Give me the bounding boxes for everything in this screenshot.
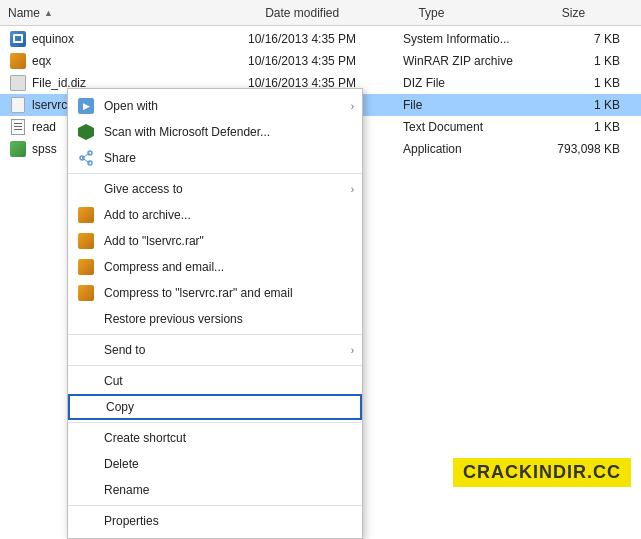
menu-icon-delete [76, 454, 96, 474]
file-type-cell: DIZ File [403, 76, 548, 90]
menu-icon-scan-defender [76, 122, 96, 142]
file-size-cell: 1 KB [548, 54, 628, 68]
file-type-cell: System Informatio... [403, 32, 548, 46]
file-type-cell: File [403, 98, 548, 112]
menu-icon-add-archive [76, 205, 96, 225]
file-name-text: eqx [32, 54, 51, 68]
menu-label-add-archive: Add to archive... [104, 208, 354, 222]
file-type-cell: Application [403, 142, 548, 156]
menu-section-5: Properties [68, 506, 362, 536]
menu-item-restore-versions[interactable]: Restore previous versions [68, 306, 362, 332]
menu-icon-properties [76, 511, 96, 531]
file-type-icon [8, 75, 28, 91]
menu-item-open-with[interactable]: ▶Open with› [68, 93, 362, 119]
menu-section-2: Send to› [68, 335, 362, 366]
file-name-cell: equinox [8, 31, 248, 47]
menu-item-copy[interactable]: Copy [68, 394, 362, 420]
menu-item-cut[interactable]: Cut [68, 368, 362, 394]
file-name-text: spss [32, 142, 57, 156]
column-headers: Name ▲ Date modified Type Size [0, 0, 641, 26]
diz-icon [10, 75, 26, 91]
file-name-text: lservrc [32, 98, 67, 112]
menu-icon-give-access [76, 179, 96, 199]
menu-item-delete[interactable]: Delete [68, 451, 362, 477]
menu-icon-add-lservrc-rar [76, 231, 96, 251]
svg-line-3 [82, 153, 90, 158]
watermark: CRACKINDIR.CC [453, 458, 631, 487]
menu-label-cut: Cut [104, 374, 354, 388]
header-name[interactable]: Name ▲ [8, 6, 265, 20]
file-type-icon [8, 141, 28, 157]
file-size-cell: 7 KB [548, 32, 628, 46]
file-type-cell: WinRAR ZIP archive [403, 54, 548, 68]
submenu-arrow-icon: › [351, 101, 354, 112]
menu-section-0: ▶Open with›Scan with Microsoft Defender.… [68, 91, 362, 174]
file-type-cell: Text Document [403, 120, 548, 134]
menu-item-compress-email[interactable]: Compress and email... [68, 254, 362, 280]
menu-label-give-access: Give access to [104, 182, 347, 196]
menu-item-give-access[interactable]: Give access to› [68, 176, 362, 202]
rar-icon [10, 53, 26, 69]
menu-icon-cut [76, 371, 96, 391]
file-row[interactable]: equinox 10/16/2013 4:35 PM System Inform… [0, 28, 641, 50]
menu-item-share[interactable]: Share [68, 145, 362, 171]
menu-item-rename[interactable]: Rename [68, 477, 362, 503]
file-type-icon [8, 119, 28, 135]
menu-item-send-to[interactable]: Send to› [68, 337, 362, 363]
menu-label-compress-email: Compress and email... [104, 260, 354, 274]
file-name-text: equinox [32, 32, 74, 46]
file-date-cell: 10/16/2013 4:35 PM [248, 54, 403, 68]
menu-label-compress-lservrc-email: Compress to "lservrc.rar" and email [104, 286, 354, 300]
menu-item-add-archive[interactable]: Add to archive... [68, 202, 362, 228]
menu-label-add-lservrc-rar: Add to "lservrc.rar" [104, 234, 354, 248]
menu-item-compress-lservrc-email[interactable]: Compress to "lservrc.rar" and email [68, 280, 362, 306]
menu-label-delete: Delete [104, 457, 354, 471]
file-row[interactable]: eqx 10/16/2013 4:35 PM WinRAR ZIP archiv… [0, 50, 641, 72]
file-type-icon [8, 31, 28, 47]
menu-icon-open-with: ▶ [76, 96, 96, 116]
menu-label-share: Share [104, 151, 354, 165]
menu-icon-rename [76, 480, 96, 500]
file-size-cell: 1 KB [548, 98, 628, 112]
menu-section-4: Create shortcutDeleteRename [68, 423, 362, 506]
file-size-cell: 793,098 KB [548, 142, 628, 156]
menu-label-copy: Copy [106, 400, 352, 414]
menu-label-scan-defender: Scan with Microsoft Defender... [104, 125, 354, 139]
file-size-cell: 1 KB [548, 120, 628, 134]
header-type[interactable]: Type [418, 6, 561, 20]
submenu-arrow-icon: › [351, 345, 354, 356]
sort-arrow-icon: ▲ [44, 8, 53, 18]
header-date[interactable]: Date modified [265, 6, 418, 20]
menu-label-properties: Properties [104, 514, 354, 528]
menu-label-send-to: Send to [104, 343, 347, 357]
menu-icon-copy [78, 397, 98, 417]
context-menu: ▶Open with›Scan with Microsoft Defender.… [67, 88, 363, 539]
file-size-cell: 1 KB [548, 76, 628, 90]
menu-section-3: CutCopy [68, 366, 362, 423]
explorer-window: Name ▲ Date modified Type Size equinox 1… [0, 0, 641, 539]
menu-item-scan-defender[interactable]: Scan with Microsoft Defender... [68, 119, 362, 145]
menu-label-create-shortcut: Create shortcut [104, 431, 354, 445]
txt-icon [11, 119, 25, 135]
header-size[interactable]: Size [562, 6, 641, 20]
file-type-icon [8, 97, 28, 113]
menu-icon-compress-email [76, 257, 96, 277]
menu-icon-restore-versions [76, 309, 96, 329]
file-date-cell: 10/16/2013 4:35 PM [248, 32, 403, 46]
svg-line-4 [82, 158, 90, 163]
menu-label-open-with: Open with [104, 99, 347, 113]
menu-item-add-lservrc-rar[interactable]: Add to "lservrc.rar" [68, 228, 362, 254]
menu-item-properties[interactable]: Properties [68, 508, 362, 534]
menu-item-create-shortcut[interactable]: Create shortcut [68, 425, 362, 451]
file-name-cell: eqx [8, 53, 248, 69]
app-icon [10, 141, 26, 157]
menu-icon-share [76, 148, 96, 168]
exe-icon [10, 31, 26, 47]
file-icon [11, 97, 25, 113]
file-name-text: read [32, 120, 56, 134]
menu-icon-send-to [76, 340, 96, 360]
menu-icon-create-shortcut [76, 428, 96, 448]
menu-label-rename: Rename [104, 483, 354, 497]
menu-section-1: Give access to›Add to archive...Add to "… [68, 174, 362, 335]
submenu-arrow-icon: › [351, 184, 354, 195]
